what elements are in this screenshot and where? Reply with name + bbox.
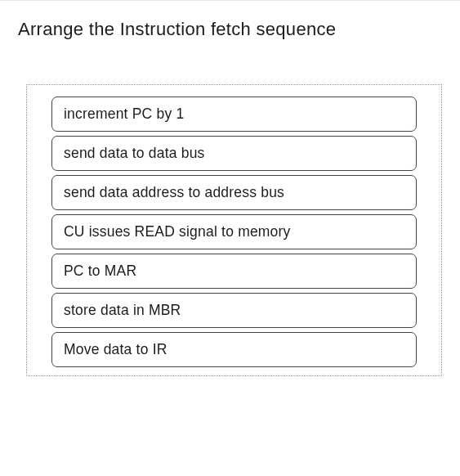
item-label: increment PC by 1 (64, 106, 184, 122)
sortable-item[interactable]: Move data to IR (51, 332, 417, 367)
item-label: send data to data bus (64, 145, 205, 161)
item-label: send data address to address bus (64, 184, 284, 200)
sortable-item[interactable]: CU issues READ signal to memory (51, 214, 417, 249)
sortable-item[interactable]: send data address to address bus (51, 175, 417, 210)
item-label: PC to MAR (64, 263, 136, 279)
item-label: CU issues READ signal to memory (64, 223, 291, 240)
sortable-container[interactable]: increment PC by 1 send data to data bus … (26, 84, 442, 376)
item-label: store data in MBR (64, 302, 181, 318)
item-label: Move data to IR (64, 341, 167, 357)
sortable-item[interactable]: send data to data bus (51, 136, 417, 171)
sortable-item[interactable]: increment PC by 1 (51, 97, 417, 132)
sortable-item[interactable]: store data in MBR (51, 293, 417, 328)
question-title: Arrange the Instruction fetch sequence (0, 1, 460, 48)
sortable-item[interactable]: PC to MAR (51, 254, 417, 289)
